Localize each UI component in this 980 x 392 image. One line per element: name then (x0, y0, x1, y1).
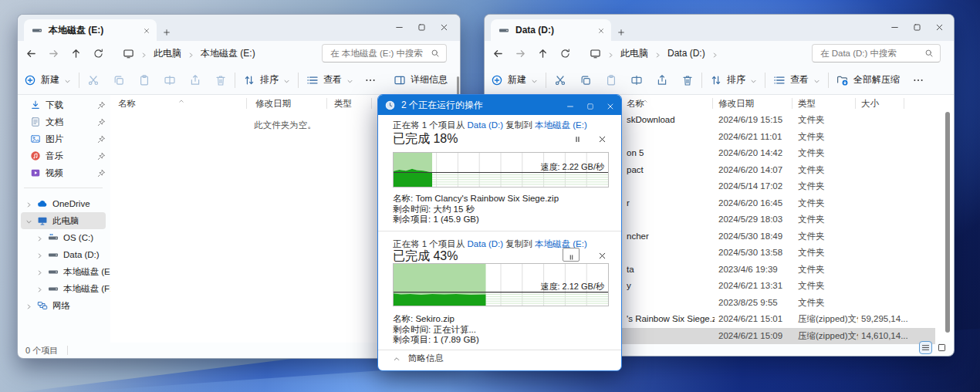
sidebar-item[interactable]: 下载 (21, 96, 106, 113)
minimize-button[interactable] (566, 100, 575, 110)
file-row[interactable]: skDownload2024/6/19 15:15文件夹 (622, 112, 954, 129)
refresh-button[interactable] (93, 48, 104, 59)
delete-button[interactable] (215, 74, 227, 86)
tab-close-icon[interactable] (597, 26, 605, 34)
source-link[interactable]: Data (D:) (468, 120, 504, 130)
pin-icon (97, 118, 106, 127)
vertical-scrollbar[interactable] (945, 112, 950, 333)
new-button[interactable]: 新建 (24, 73, 71, 86)
fewer-details-toggle[interactable]: 简略信息 (393, 353, 444, 364)
tab-data-d[interactable]: Data (D:) (491, 19, 611, 41)
more-options-button[interactable] (364, 74, 377, 86)
extract-all-button[interactable]: 全部解压缩 (836, 73, 900, 86)
breadcrumb-data-d[interactable]: Data (D:) (667, 48, 705, 59)
minimize-button[interactable] (890, 22, 900, 32)
file-row[interactable]: ta2023/4/6 19:39文件夹 (622, 262, 954, 279)
copy-button[interactable] (580, 74, 592, 86)
file-row[interactable]: ncher2024/5/30 18:49文件夹 (622, 228, 954, 245)
more-options-button[interactable] (912, 74, 924, 86)
paste-button[interactable] (138, 74, 150, 86)
maximize-button[interactable] (586, 100, 595, 110)
dialog-title-bar: 2 个正在运行的操作 (378, 95, 621, 115)
sidebar-item-label: 文档 (46, 117, 63, 128)
file-row[interactable]: r2024/6/20 16:45文件夹 (622, 195, 954, 212)
column-header-date[interactable]: 修改日期 (255, 95, 291, 112)
share-button[interactable] (189, 74, 201, 86)
large-icons-view-toggle[interactable] (936, 342, 948, 353)
close-button[interactable] (934, 22, 945, 32)
column-header-type[interactable]: 类型 (798, 95, 816, 112)
sidebar-item[interactable]: 网络 (21, 297, 106, 314)
forward-button[interactable] (515, 48, 526, 59)
up-button[interactable] (70, 48, 82, 59)
cut-button[interactable] (554, 74, 566, 86)
cancel-button[interactable] (597, 133, 607, 144)
pause-button[interactable] (573, 133, 583, 144)
destination-link[interactable]: 本地磁盘 (E:) (535, 239, 587, 248)
source-link[interactable]: Data (D:) (468, 239, 504, 248)
column-header-name[interactable]: 名称 (118, 95, 136, 112)
new-tab-button[interactable] (611, 21, 631, 41)
sort-button[interactable]: 排序 (243, 73, 290, 86)
sidebar-item[interactable]: 本地磁盘 (F:) (21, 280, 106, 297)
file-type: 文件夹 (798, 178, 858, 195)
new-tab-button[interactable] (157, 21, 177, 41)
file-row[interactable]: 2024/5/14 17:02文件夹 (622, 178, 954, 195)
up-button[interactable] (537, 48, 549, 59)
cut-button[interactable] (87, 74, 100, 86)
paste-button[interactable] (605, 74, 617, 86)
column-header-type[interactable]: 类型 (334, 95, 352, 112)
file-row[interactable]: y2024/6/21 13:31文件夹 (622, 278, 954, 295)
sidebar-item[interactable]: 音乐 (21, 147, 106, 164)
sidebar-item[interactable]: OneDrive (21, 195, 106, 212)
sort-button[interactable]: 排序 (710, 73, 757, 86)
file-row[interactable]: 's Rainbow Six Siege.zip2024/6/21 15:01压… (622, 311, 954, 328)
ellipsis-icon (912, 74, 924, 86)
sidebar-item[interactable]: 本地磁盘 (E:) (21, 263, 106, 280)
breadcrumb-this-pc[interactable]: 此电脑 (620, 47, 648, 60)
back-button[interactable] (25, 48, 37, 59)
pause-button[interactable] (563, 248, 580, 262)
breadcrumb-this-pc[interactable]: 此电脑 (154, 47, 181, 60)
rename-button[interactable] (630, 74, 643, 86)
file-row[interactable]: 2024/5/29 18:03文件夹 (622, 211, 954, 228)
back-button[interactable] (492, 48, 504, 59)
sidebar-item[interactable]: Data (D:) (21, 246, 106, 263)
command-toolbar: 新建 排序 查看 (485, 66, 954, 95)
file-row[interactable]: 2024/5/30 13:58文件夹 (622, 245, 954, 262)
close-button[interactable] (439, 22, 449, 32)
refresh-button[interactable] (559, 48, 571, 59)
new-button[interactable]: 新建 (491, 73, 538, 86)
breadcrumb-local-disk-e[interactable]: 本地磁盘 (E:) (201, 47, 255, 60)
maximize-button[interactable] (417, 22, 427, 32)
sidebar-item[interactable]: OS (C:) (21, 229, 106, 246)
tab-local-disk-e[interactable]: 本地磁盘 (E:) (24, 19, 157, 41)
delete-button[interactable] (681, 74, 694, 86)
forward-button[interactable] (48, 48, 59, 59)
minimize-button[interactable] (394, 22, 404, 32)
details-pane-button[interactable]: 详细信息 (394, 73, 448, 86)
file-row[interactable]: 2024/6/21 11:01文件夹 (622, 129, 954, 146)
column-header-date[interactable]: 修改日期 (718, 95, 754, 112)
sidebar-item[interactable]: 文档 (21, 113, 106, 130)
tab-close-icon[interactable] (143, 26, 150, 34)
sidebar-item[interactable]: 此电脑 (21, 212, 106, 229)
view-button[interactable]: 查看 (773, 73, 820, 86)
search-input[interactable]: 在 本地磁盘 (E:) 中搜索 (322, 44, 447, 63)
share-button[interactable] (656, 74, 668, 86)
view-button[interactable]: 查看 (306, 73, 353, 86)
sidebar-item[interactable]: 图片 (21, 130, 106, 147)
close-button[interactable] (606, 100, 615, 110)
maximize-button[interactable] (912, 22, 922, 32)
column-header-size[interactable]: 大小 (861, 95, 879, 112)
rename-button[interactable] (164, 74, 176, 86)
file-row[interactable]: 2023/8/25 9:55文件夹 (622, 295, 954, 312)
details-view-toggle[interactable] (920, 342, 931, 353)
destination-link[interactable]: 本地磁盘 (E:) (535, 120, 587, 130)
file-row[interactable]: on 52024/6/20 14:42文件夹 (622, 145, 954, 162)
sidebar-item[interactable]: 视频 (21, 164, 106, 181)
copy-button[interactable] (113, 74, 125, 86)
file-row[interactable]: pact2024/6/20 14:07文件夹 (622, 162, 954, 179)
search-input[interactable]: 在 Data (D:) 中搜索 (812, 44, 941, 63)
cancel-button[interactable] (597, 250, 607, 260)
